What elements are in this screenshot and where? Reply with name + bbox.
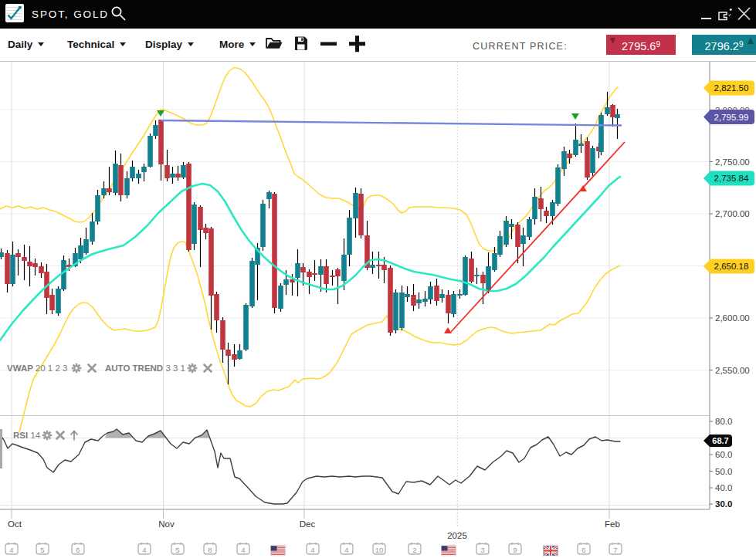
svg-text:40.0: 40.0 xyxy=(715,483,732,492)
svg-text:2: 2 xyxy=(412,546,416,554)
svg-text:60.0: 60.0 xyxy=(715,450,732,459)
svg-text:Nov: Nov xyxy=(158,519,175,529)
svg-text:50.0: 50.0 xyxy=(715,467,732,476)
svg-text:4: 4 xyxy=(344,546,348,554)
svg-text:30.0: 30.0 xyxy=(715,499,732,509)
svg-text:2,650.18: 2,650.18 xyxy=(714,262,749,271)
svg-text:2025: 2025 xyxy=(447,531,467,540)
svg-text:4: 4 xyxy=(9,546,13,554)
svg-text:2,700.00: 2,700.00 xyxy=(715,209,750,218)
svg-text:9: 9 xyxy=(513,546,517,554)
svg-text:7: 7 xyxy=(613,546,617,554)
svg-text:Dec: Dec xyxy=(300,519,316,529)
svg-text:10: 10 xyxy=(375,546,384,554)
svg-text:4: 4 xyxy=(142,546,146,554)
svg-text:68.7: 68.7 xyxy=(712,436,728,445)
svg-text:80.0: 80.0 xyxy=(715,417,732,426)
svg-text:2,550.00: 2,550.00 xyxy=(715,366,750,375)
svg-text:4: 4 xyxy=(310,546,314,554)
svg-text:5: 5 xyxy=(175,546,179,554)
svg-text:VWAP 20 1 2 3: VWAP 20 1 2 3 xyxy=(7,364,67,373)
svg-text:SPOT, GOLD: SPOT, GOLD xyxy=(32,8,109,20)
svg-text:5: 5 xyxy=(40,546,44,554)
svg-text:2,750.00: 2,750.00 xyxy=(715,157,750,167)
svg-text:Feb: Feb xyxy=(605,519,620,529)
svg-text:6: 6 xyxy=(76,546,80,554)
svg-text:4: 4 xyxy=(241,546,245,554)
svg-text:2,600.00: 2,600.00 xyxy=(715,313,750,323)
svg-text:2,735.84: 2,735.84 xyxy=(714,174,749,183)
svg-text:6: 6 xyxy=(581,546,585,554)
svg-text:2,821.50: 2,821.50 xyxy=(714,83,749,93)
svg-text:2,795.99: 2,795.99 xyxy=(714,113,749,122)
svg-text:Oct: Oct xyxy=(8,519,22,529)
svg-text:RSI 14: RSI 14 xyxy=(13,431,41,440)
svg-text:AUTO TREND 3 3 1: AUTO TREND 3 3 1 xyxy=(105,364,185,373)
svg-text:3: 3 xyxy=(480,546,484,554)
svg-text:8: 8 xyxy=(208,546,212,554)
